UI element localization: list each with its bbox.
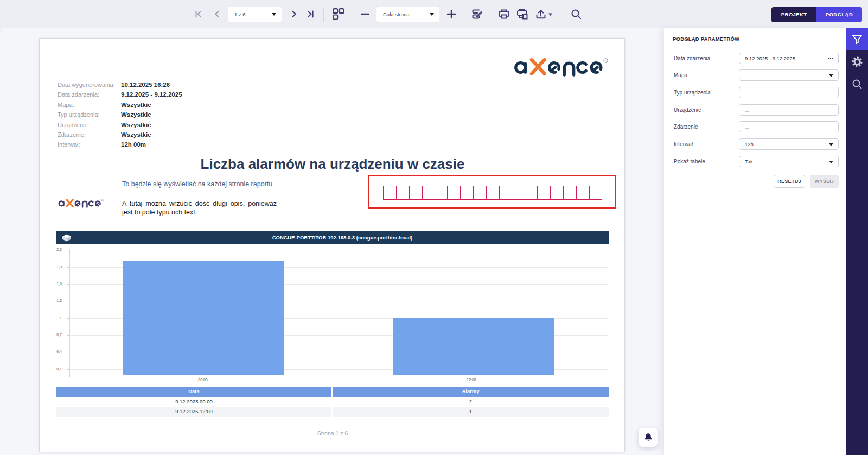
svg-text:R: R — [102, 200, 103, 201]
svg-text:R: R — [605, 59, 607, 62]
